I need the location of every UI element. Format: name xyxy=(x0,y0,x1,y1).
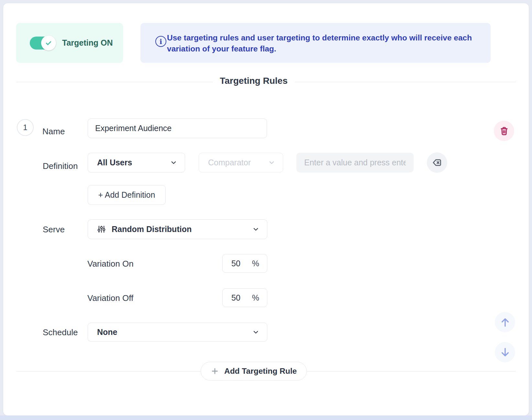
chevron-down-icon xyxy=(252,329,259,336)
section-title: Targeting Rules xyxy=(213,76,295,86)
definition-property-select[interactable]: All Users xyxy=(88,153,185,172)
targeting-toggle-card: Targeting ON xyxy=(16,23,123,63)
add-targeting-rule-button[interactable]: Add Targeting Rule xyxy=(201,362,307,381)
toggle-knob xyxy=(41,36,56,50)
variation-on-value: 50 xyxy=(231,259,240,268)
variation-off-input[interactable]: 50 % xyxy=(222,288,267,307)
serve-label: Serve xyxy=(43,225,65,235)
move-rule-up-button[interactable] xyxy=(495,312,515,332)
variation-off-value: 50 xyxy=(231,293,240,303)
arrow-down-icon xyxy=(499,347,511,358)
arrow-up-icon xyxy=(499,316,511,328)
targeting-toggle[interactable] xyxy=(30,37,55,50)
rule-name-input[interactable] xyxy=(88,118,267,138)
variation-on-input[interactable]: 50 % xyxy=(222,254,267,273)
clear-definition-button[interactable] xyxy=(427,152,447,173)
comparator-select[interactable]: Comparator xyxy=(199,153,283,172)
trash-icon xyxy=(499,126,509,136)
definition-property-value: All Users xyxy=(97,158,170,167)
info-icon: i xyxy=(155,36,166,47)
percent-symbol: % xyxy=(252,293,259,303)
serve-select[interactable]: Random Distribution xyxy=(88,219,267,239)
check-icon xyxy=(45,39,52,47)
move-rule-down-button[interactable] xyxy=(495,342,515,362)
rule-number-badge: 1 xyxy=(17,119,34,136)
add-definition-label: + Add Definition xyxy=(98,190,155,200)
add-targeting-rule-label: Add Targeting Rule xyxy=(224,367,297,376)
info-banner-text: Use targeting rules and user targeting t… xyxy=(167,32,474,54)
backspace-icon xyxy=(432,158,442,168)
definition-value-input[interactable] xyxy=(296,153,414,172)
info-banner: i Use targeting rules and user targeting… xyxy=(140,23,491,63)
definition-label: Definition xyxy=(43,161,78,171)
chevron-down-icon xyxy=(268,159,275,166)
percent-symbol: % xyxy=(252,259,259,268)
delete-rule-button[interactable] xyxy=(494,121,514,141)
schedule-select[interactable]: None xyxy=(88,323,267,342)
variation-off-label: Variation Off xyxy=(87,293,133,303)
chevron-down-icon xyxy=(170,159,177,166)
targeting-toggle-label: Targeting ON xyxy=(62,38,113,48)
add-definition-button[interactable]: + Add Definition xyxy=(88,185,166,205)
bottom-strip xyxy=(0,415,532,420)
schedule-value: None xyxy=(97,327,252,337)
serve-value: Random Distribution xyxy=(112,225,252,234)
name-label: Name xyxy=(42,127,65,137)
variation-on-label: Variation On xyxy=(87,259,134,269)
targeting-panel: Targeting ON i Use targeting rules and u… xyxy=(3,3,529,415)
chevron-down-icon xyxy=(252,226,259,233)
sliders-icon xyxy=(97,225,106,234)
plus-icon xyxy=(211,367,219,375)
schedule-label: Schedule xyxy=(43,327,78,337)
comparator-placeholder: Comparator xyxy=(208,158,268,167)
